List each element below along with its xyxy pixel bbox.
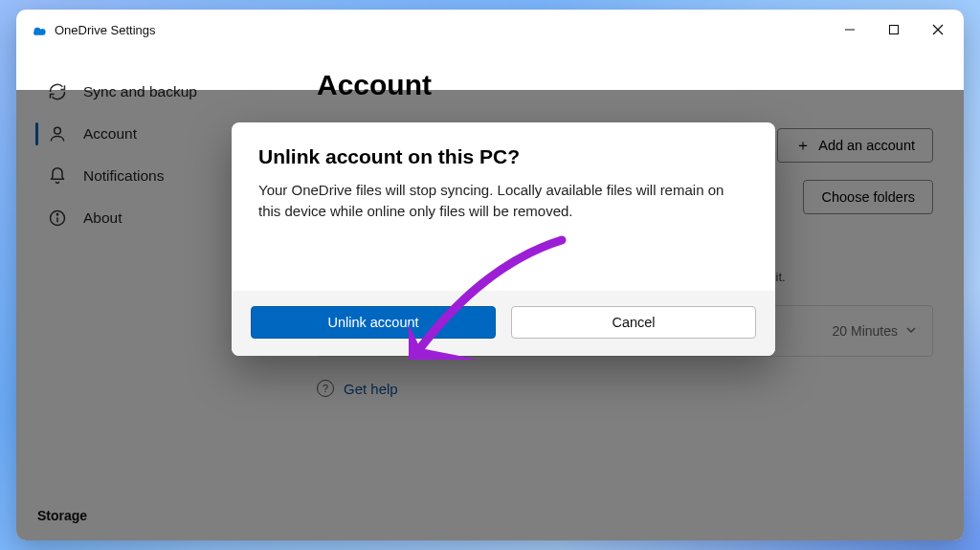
dialog-title: Unlink account on this PC? xyxy=(258,145,748,168)
cancel-button[interactable]: Cancel xyxy=(511,306,756,339)
maximize-button[interactable] xyxy=(872,14,916,45)
svg-rect-1 xyxy=(890,26,899,34)
window-controls xyxy=(828,14,960,45)
cancel-label: Cancel xyxy=(612,315,655,330)
window-title: OneDrive Settings xyxy=(55,23,156,37)
titlebar: OneDrive Settings xyxy=(16,10,964,50)
unlink-account-label: Unlink account xyxy=(327,315,418,330)
settings-window: OneDrive Settings Sync and backup Accoun… xyxy=(16,10,964,540)
onedrive-icon xyxy=(30,21,47,38)
minimize-button[interactable] xyxy=(828,14,872,45)
dialog-body-text: Your OneDrive files will stop syncing. L… xyxy=(258,180,748,222)
unlink-dialog: Unlink account on this PC? Your OneDrive… xyxy=(232,122,775,356)
dialog-actions: Unlink account Cancel xyxy=(232,291,775,356)
close-button[interactable] xyxy=(916,14,960,45)
unlink-account-button[interactable]: Unlink account xyxy=(251,306,496,339)
